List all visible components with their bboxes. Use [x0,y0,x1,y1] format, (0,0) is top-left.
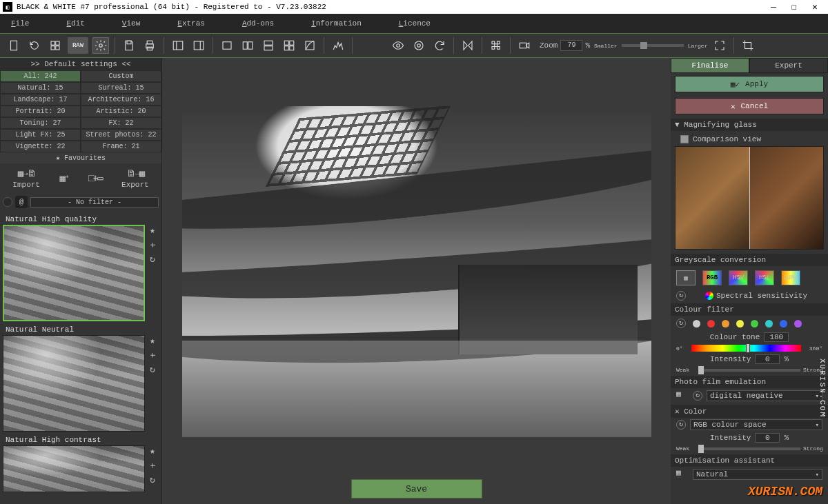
add-icon[interactable]: ＋ [148,239,157,251]
apply-button[interactable]: ▦✓ Apply [675,76,824,92]
colorspace-dropdown[interactable]: RGB colour space [690,419,822,430]
add-icon[interactable]: ＋ [148,349,157,361]
cat-architecture[interactable]: Architecture: 16 [81,94,161,105]
dot-white[interactable] [693,320,700,327]
export-button[interactable]: 🗎→▦ Export [121,168,149,189]
color-head[interactable]: ✕ Color [671,405,828,418]
reset-colour-icon[interactable] [676,319,686,328]
dot-purple[interactable] [794,320,802,327]
at-icon[interactable]: @ [15,196,28,208]
opt-grid-icon[interactable]: ▦ [676,468,689,481]
video-icon[interactable] [516,37,533,54]
refresh-icon[interactable]: ↻ [150,364,155,375]
opt-dropdown[interactable]: Natural [693,469,822,480]
cat-lightfx[interactable]: Light FX: 25 [0,129,81,141]
cat-vignette[interactable]: Vignette: 22 [0,141,81,152]
add-frame-button[interactable]: □+▭ [88,172,101,184]
conv-rgb-icon[interactable]: RGB [702,270,722,285]
reset-film-icon[interactable] [693,391,702,401]
cat-fx[interactable]: FX: 22 [81,117,161,129]
crop-icon[interactable] [740,37,756,54]
cat-custom[interactable]: Custom [81,70,161,82]
new-file-icon[interactable] [6,37,22,54]
preset-thumbnail[interactable] [3,445,145,492]
menu-information[interactable]: Information [311,19,362,28]
cat-artistic[interactable]: Artistic: 20 [81,105,161,117]
cat-toning[interactable]: Toning: 27 [0,117,81,129]
histogram-icon[interactable] [330,37,346,54]
panel-right-icon[interactable] [190,37,207,54]
tab-finalise[interactable]: Finalise [671,58,749,73]
spectral-label[interactable]: Spectral sensitivity [716,292,807,300]
grid-plus-button[interactable]: ▦⁺ [60,172,69,184]
cat-frame[interactable]: Frame: 21 [81,141,161,152]
cancel-button[interactable]: ✕ Cancel [675,98,824,114]
split-v-icon[interactable] [260,37,277,54]
zoom-slider[interactable] [622,44,684,47]
dot-yellow[interactable] [736,320,744,327]
preset-item[interactable]: Natural High quality ★ ＋ ↻ [3,214,159,321]
refresh-icon[interactable]: ↻ [150,474,155,485]
preset-thumbnail[interactable] [3,225,145,321]
dot-blue[interactable] [780,320,787,327]
panel-left-icon[interactable] [170,37,186,54]
menu-extras[interactable]: Extras [177,19,205,28]
menu-licence[interactable]: Licence [399,19,431,28]
preset-item[interactable]: Natural High contrast ★ ＋ ↻ [3,434,159,492]
cat-natural[interactable]: Natural: 15 [0,82,81,94]
close-button[interactable]: ✕ [805,1,825,12]
settings-icon[interactable] [92,37,109,54]
dot-green[interactable] [751,320,758,327]
cat-street[interactable]: Street photos: 22 [81,129,161,141]
intensity2-slider[interactable] [698,447,800,450]
image-canvas[interactable] [182,106,651,437]
dot-cyan[interactable] [765,320,773,327]
cat-all[interactable]: All: 242 [0,70,81,82]
intensity-value[interactable]: 0 [755,354,780,364]
fav-star-icon[interactable]: ★ [150,445,155,456]
refresh-icon[interactable]: ↻ [150,254,155,265]
batch-icon[interactable] [47,37,63,54]
film-dropdown[interactable]: digital negative [707,390,822,401]
hue-slider[interactable] [691,345,801,352]
import-button[interactable]: ▦→🗎 Import [12,168,40,189]
colour-tone-value[interactable]: 180 [764,332,789,342]
cat-surreal[interactable]: Surreal: 15 [81,82,161,94]
raw-icon[interactable]: RAW [68,37,88,54]
zoom-control[interactable]: Zoom 79 % [540,40,590,51]
comparison-checkbox[interactable] [680,135,689,143]
film-grid-icon[interactable]: ▦ [676,390,689,402]
menu-edit[interactable]: Edit [66,19,84,28]
favourites-bar[interactable]: Favourites [0,152,161,163]
magnifier-head[interactable]: ▼ Magnifying glass [671,119,828,131]
flip-h-icon[interactable] [460,37,476,54]
conv-hsl-icon[interactable]: HSL [755,270,774,285]
preset-thumbnail[interactable] [3,335,145,432]
revert-icon[interactable] [26,37,43,54]
menu-addons[interactable]: Add-ons [242,19,274,28]
dot-red[interactable] [707,320,715,327]
add-icon[interactable]: ＋ [148,459,157,472]
filter-dropdown[interactable]: - No filter - [30,197,159,208]
color-filter-icon[interactable] [3,197,12,207]
print-icon[interactable] [141,37,158,54]
intensity-slider[interactable] [698,369,800,372]
cat-landscape[interactable]: Landscape: 17 [0,94,81,105]
fav-star-icon[interactable]: ★ [150,225,155,236]
split-h-icon[interactable] [239,37,256,54]
magnifier-view[interactable] [675,146,824,250]
zoom-fit-icon[interactable] [711,37,728,54]
redo-icon[interactable] [431,37,448,54]
zoom-value[interactable]: 79 [560,40,582,51]
reset-spectral-icon[interactable] [676,291,686,301]
conv-hsv-icon[interactable]: HSV [729,270,748,285]
cat-portrait[interactable]: Portrait: 20 [0,105,81,117]
fav-star-icon[interactable]: ★ [150,335,155,346]
eye-before-icon[interactable] [390,37,406,54]
eye-after-icon[interactable] [411,37,427,54]
preset-list[interactable]: Natural High quality ★ ＋ ↻ Natural Neutr… [0,211,161,504]
preset-item[interactable]: Natural Neutral ★ ＋ ↻ [3,324,159,432]
curve-overlay-icon[interactable] [302,37,318,54]
minimize-button[interactable]: — [763,2,784,12]
dot-orange[interactable] [722,320,729,327]
